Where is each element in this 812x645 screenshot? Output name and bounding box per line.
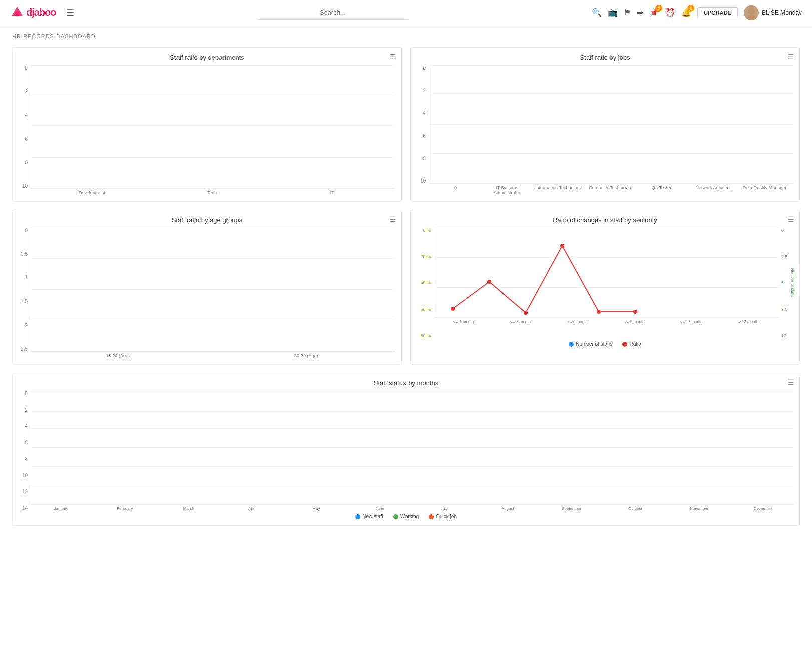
x-labels-status: January February March April May June Ju…	[31, 506, 793, 511]
legend-item-new-staff: New staff	[355, 514, 383, 519]
bar-chart-jobs: 10 8 6 4 2 0	[417, 65, 793, 195]
charts-row-2: Staff ratio by age groups ☰ 2.5 2 1.5 1 …	[12, 210, 800, 365]
chart-area-age: 2.5 2 1.5 1 0.5 0	[19, 228, 395, 352]
x-labels-age: 18-24 (Age) 30-39 (Age)	[19, 352, 395, 358]
bar-chart-age: 2.5 2 1.5 1 0.5 0	[19, 228, 395, 358]
legend-dot-quick-job	[429, 514, 434, 519]
ratio-line-svg	[434, 228, 778, 317]
chart-menu-age[interactable]: ☰	[390, 215, 396, 223]
chart-staff-ratio-age: Staff ratio by age groups ☰ 2.5 2 1.5 1 …	[12, 210, 402, 365]
logo-text: djaboo	[26, 7, 56, 18]
user-info[interactable]: ELISE Monday	[744, 5, 802, 20]
header-icons: 🔍 📺 ⚑ ➦ 📌 5 ⏰ 🔔 3 UPGRADE ELISE Monday	[592, 5, 802, 20]
avatar	[744, 5, 759, 20]
svg-point-4	[451, 307, 455, 311]
notification-badge-2: 3	[687, 5, 694, 12]
seniority-bars-wrapper: <= 1 month <= 3 month <= 6 month <= 9 mo…	[434, 228, 778, 338]
charts-row-1: Staff ratio by departments ☰ 10 8 6 4 2 …	[12, 47, 800, 202]
chart-menu-seniority[interactable]: ☰	[788, 215, 794, 223]
bars-area-age	[31, 228, 395, 352]
x-labels-departments: Development Tech IT	[19, 189, 395, 195]
x-labels-jobs: 0 IT Systems Administrator Information T…	[417, 184, 793, 195]
chart-title-age: Staff ratio by age groups	[19, 216, 395, 224]
status-bars-area	[31, 391, 793, 505]
grid-lines-age	[31, 228, 395, 351]
seniority-bars	[434, 228, 778, 318]
share-icon-btn[interactable]: ➦	[637, 8, 643, 17]
search-input[interactable]	[258, 6, 408, 20]
chart-title-status: Staff status by months	[19, 379, 793, 387]
legend-item-working: Working	[393, 514, 419, 519]
x-labels-seniority: <= 1 month <= 3 month <= 6 month <= 9 mo…	[434, 319, 778, 324]
user-name: ELISE Monday	[762, 9, 802, 16]
legend-item-ratio: Ratio	[622, 341, 641, 347]
y-axis-right-label-seniority: Number of staffs	[790, 268, 795, 298]
header: djaboo ☰ 🔍 📺 ⚑ ➦ 📌 5 ⏰ 🔔 3 UPGRADE ELISE…	[0, 0, 812, 25]
chart-menu-status[interactable]: ☰	[788, 378, 794, 386]
y-axis-jobs: 10 8 6 4 2 0	[417, 65, 429, 184]
legend-item-quick-job: Quick job	[429, 514, 457, 519]
notification-icon-btn[interactable]: 📌 5	[649, 8, 659, 17]
legend-dot-new-staff	[355, 514, 360, 519]
svg-point-5	[487, 280, 491, 284]
svg-point-3	[746, 15, 756, 20]
status-bars-wrapper: January February March April May June Ju…	[31, 391, 793, 511]
upgrade-button[interactable]: UPGRADE	[697, 7, 738, 18]
seniority-chart-container: 80 % 60 % 40 % 20 % 0 %	[417, 228, 793, 338]
chart-staff-status: Staff status by months ☰ 14 12 10 8 6 4 …	[12, 373, 800, 526]
svg-point-6	[524, 311, 528, 315]
chart-menu-jobs[interactable]: ☰	[788, 53, 794, 61]
search-icon-btn[interactable]: 🔍	[592, 8, 602, 17]
hamburger-menu[interactable]: ☰	[66, 7, 74, 18]
page-content: HR RECORDS DASHBOARD Staff ratio by depa…	[0, 25, 812, 542]
svg-point-9	[633, 310, 637, 314]
legend-status: New staff Working Quick job	[19, 514, 793, 519]
grid-lines-seniority	[434, 228, 778, 317]
svg-point-8	[597, 310, 601, 314]
legend-item-staffs: Number of staffs	[569, 341, 612, 347]
svg-point-7	[560, 244, 564, 248]
bars-area-jobs	[429, 65, 793, 184]
chart-menu-departments[interactable]: ☰	[390, 53, 396, 61]
bell-icon-btn[interactable]: 🔔 3	[681, 8, 691, 17]
chart-title-seniority: Ratio of changes in staff by seniority	[417, 216, 793, 224]
y-axis-left-seniority: 80 % 60 % 40 % 20 % 0 %	[417, 228, 434, 338]
legend-dot-staffs	[569, 342, 574, 347]
svg-point-2	[748, 8, 755, 15]
chart-title-jobs: Staff ratio by jobs	[417, 54, 793, 61]
staff-status-chart-area: 14 12 10 8 6 4 2 0	[19, 391, 793, 511]
page-title: HR RECORDS DASHBOARD	[12, 33, 800, 39]
chart-area-departments: 10 8 6 4 2 0	[19, 65, 395, 189]
legend-dot-ratio	[622, 342, 627, 347]
chart-title-departments: Staff ratio by departments	[19, 54, 395, 61]
bars-area-departments	[31, 65, 395, 189]
clock-icon-btn[interactable]: ⏰	[665, 8, 675, 17]
y-axis-departments: 10 8 6 4 2 0	[19, 65, 31, 189]
chart-seniority: Ratio of changes in staff by seniority ☰…	[410, 210, 800, 365]
chart-staff-ratio-departments: Staff ratio by departments ☰ 10 8 6 4 2 …	[12, 47, 402, 202]
y-axis-status: 14 12 10 8 6 4 2 0	[19, 391, 31, 511]
logo-icon	[10, 6, 24, 20]
search-bar	[74, 6, 592, 20]
bar-chart-departments: 10 8 6 4 2 0	[19, 65, 395, 195]
grid-lines-jobs	[429, 65, 793, 183]
monitor-icon-btn[interactable]: 📺	[608, 8, 618, 17]
y-axis-age: 2.5 2 1.5 1 0.5 0	[19, 228, 31, 352]
grid-lines-status	[31, 391, 793, 504]
legend-dot-working	[393, 514, 398, 519]
legend-seniority: Number of staffs Ratio	[417, 341, 793, 347]
svg-point-1	[15, 12, 19, 16]
y-axis-right-seniority: 10 7.5 5 2.5 0 Number of staffs	[778, 228, 793, 338]
notification-badge-1: 5	[655, 5, 662, 12]
grid-lines	[31, 65, 395, 188]
flag-icon-btn[interactable]: ⚑	[624, 8, 631, 17]
logo: djaboo	[10, 6, 56, 20]
chart-area-jobs: 10 8 6 4 2 0	[417, 65, 793, 184]
chart-staff-ratio-jobs: Staff ratio by jobs ☰ 10 8 6 4 2 0	[410, 47, 800, 202]
